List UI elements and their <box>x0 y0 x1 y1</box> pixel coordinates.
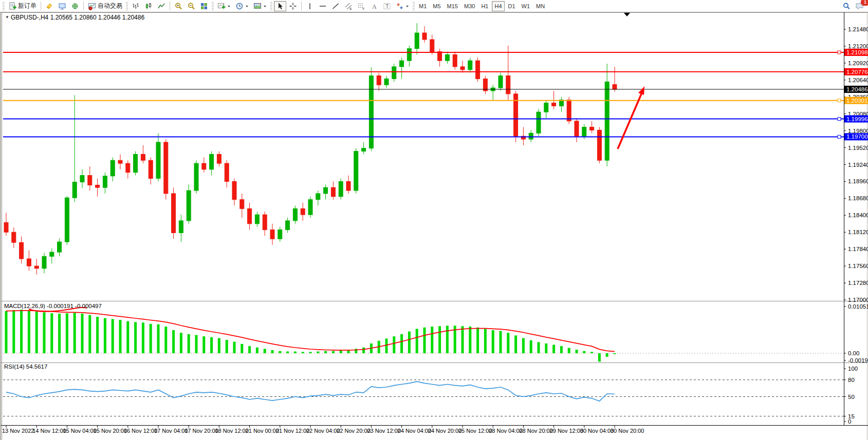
fibonacci-tool-button[interactable]: F <box>355 1 367 11</box>
svg-text:1.20776: 1.20776 <box>846 69 868 75</box>
svg-text:28 Nov 04:00: 28 Nov 04:00 <box>489 428 522 434</box>
collapse-indicator-icon[interactable]: ▼ <box>5 15 9 20</box>
svg-text:80: 80 <box>848 377 855 383</box>
signal-globe-icon <box>71 2 79 10</box>
channel-tool-button[interactable]: E <box>342 1 355 11</box>
candlestick-chart-button[interactable] <box>142 1 155 11</box>
fibonacci-icon: F <box>357 2 365 10</box>
symbol-period-label: GBPUSD-,H4 <box>11 14 48 21</box>
zoom-in-button[interactable] <box>172 1 184 11</box>
vertical-line-tool-button[interactable] <box>304 1 316 11</box>
trendline-tool-button[interactable] <box>329 1 342 11</box>
separator <box>301 2 302 10</box>
svg-text:1.21480: 1.21480 <box>848 26 868 32</box>
candle <box>149 160 153 178</box>
svg-text:24 Nov 04:00: 24 Nov 04:00 <box>398 428 431 434</box>
candle <box>42 256 46 269</box>
candle <box>65 198 69 242</box>
crosshair-tool-button[interactable] <box>287 1 299 11</box>
bar-chart-button[interactable] <box>130 1 142 11</box>
cursor-tool-button[interactable] <box>274 1 286 11</box>
templates-menu-button[interactable] <box>251 1 269 11</box>
line-chart-button[interactable] <box>155 1 168 11</box>
market-watch-button[interactable] <box>56 1 68 11</box>
search-button[interactable] <box>840 1 853 11</box>
timeframe-m30-button[interactable]: M30 <box>461 1 477 11</box>
candle <box>88 176 92 185</box>
price-axis: 1.214801.212001.209201.206401.203601.200… <box>844 26 868 303</box>
zoom-out-button[interactable] <box>185 1 197 11</box>
toolbar-grip[interactable] <box>212 2 214 10</box>
candle <box>286 221 290 230</box>
svg-text:1.20640: 1.20640 <box>848 77 868 83</box>
candle <box>331 187 335 197</box>
svg-text:1.18400: 1.18400 <box>848 212 868 218</box>
notification-badge: 1 <box>861 0 868 6</box>
timeframe-mn-button[interactable]: MN <box>533 1 547 11</box>
svg-text:1.17560: 1.17560 <box>848 263 868 269</box>
svg-text:1.20920: 1.20920 <box>848 60 868 66</box>
timeframe-h1-button[interactable]: H1 <box>478 1 491 11</box>
timeframe-d1-button[interactable]: D1 <box>506 1 518 11</box>
svg-text:24 Nov 20:00: 24 Nov 20:00 <box>428 428 461 434</box>
arrows-tool-button[interactable] <box>394 1 411 11</box>
periods-menu-button[interactable] <box>233 1 251 11</box>
toolbar-grip[interactable] <box>3 2 5 10</box>
candle <box>400 61 404 67</box>
new-order-button[interactable]: 新订单 <box>6 1 39 11</box>
signal-button[interactable] <box>69 1 81 11</box>
text-tool-button[interactable]: A <box>368 1 380 11</box>
candle <box>248 208 252 223</box>
horizontal-line-tool-button[interactable] <box>317 1 329 11</box>
svg-text:1.18680: 1.18680 <box>848 195 868 201</box>
timeframe-h4-button[interactable]: H4 <box>492 1 504 11</box>
candle <box>240 200 244 209</box>
autotrading-icon <box>88 2 96 10</box>
new-order-icon <box>8 2 16 10</box>
candle <box>460 67 465 70</box>
zoom-out-icon <box>187 2 195 10</box>
line-chart-icon <box>157 2 165 10</box>
candle <box>552 103 556 106</box>
svg-text:25 Nov 12:00: 25 Nov 12:00 <box>458 428 492 434</box>
svg-text:1.21200: 1.21200 <box>848 43 868 49</box>
toolbar-grip[interactable] <box>270 2 272 10</box>
svg-text:1.18120: 1.18120 <box>848 229 868 235</box>
candle <box>187 190 191 221</box>
text-label-tool-button[interactable]: T <box>381 1 393 11</box>
notifications-button[interactable]: 1 <box>853 1 866 11</box>
timeframe-m5-button[interactable]: M5 <box>430 1 443 11</box>
candle <box>20 242 24 259</box>
candle <box>210 155 214 169</box>
indicators-menu-button[interactable] <box>215 1 233 11</box>
svg-text:15 Nov 04:00: 15 Nov 04:00 <box>63 428 96 434</box>
candle <box>110 160 115 176</box>
svg-text:1.21098: 1.21098 <box>846 49 868 55</box>
dropdown-arrow-icon <box>263 5 267 8</box>
svg-text:1.19800: 1.19800 <box>848 128 868 134</box>
toolbar-grip[interactable] <box>413 2 415 10</box>
svg-text:17 Nov 20:00: 17 Nov 20:00 <box>184 428 218 434</box>
candle <box>605 82 609 160</box>
autotrading-button[interactable]: 自动交易 <box>86 1 124 11</box>
svg-text:-0.001924: -0.001924 <box>848 357 868 364</box>
separator <box>83 2 84 10</box>
svg-text:22 Nov 04:00: 22 Nov 04:00 <box>306 428 340 434</box>
timeframe-m15-button[interactable]: M15 <box>445 1 460 11</box>
svg-text:50: 50 <box>848 394 855 400</box>
candle <box>537 112 541 133</box>
highlighter-icon <box>45 2 53 10</box>
chart-canvas[interactable]: 1.214801.212001.209201.206401.203601.200… <box>1 12 868 440</box>
timeframe-w1-button[interactable]: W1 <box>519 1 533 11</box>
mt4-terminal: { "toolbar": { "new_order_label": "新订单",… <box>0 0 868 440</box>
svg-text:F: F <box>363 7 365 10</box>
candle <box>582 127 586 137</box>
timeframe-m1-button[interactable]: M1 <box>416 1 429 11</box>
svg-text:0.01051: 0.01051 <box>848 303 868 310</box>
styler-button[interactable] <box>43 1 56 11</box>
chart-shift-marker-icon[interactable] <box>624 13 630 16</box>
tile-windows-button[interactable] <box>198 1 210 11</box>
trend-arrow-annotation[interactable] <box>618 94 641 149</box>
candles-layer <box>4 23 617 274</box>
toolbar-grip[interactable] <box>126 2 128 10</box>
